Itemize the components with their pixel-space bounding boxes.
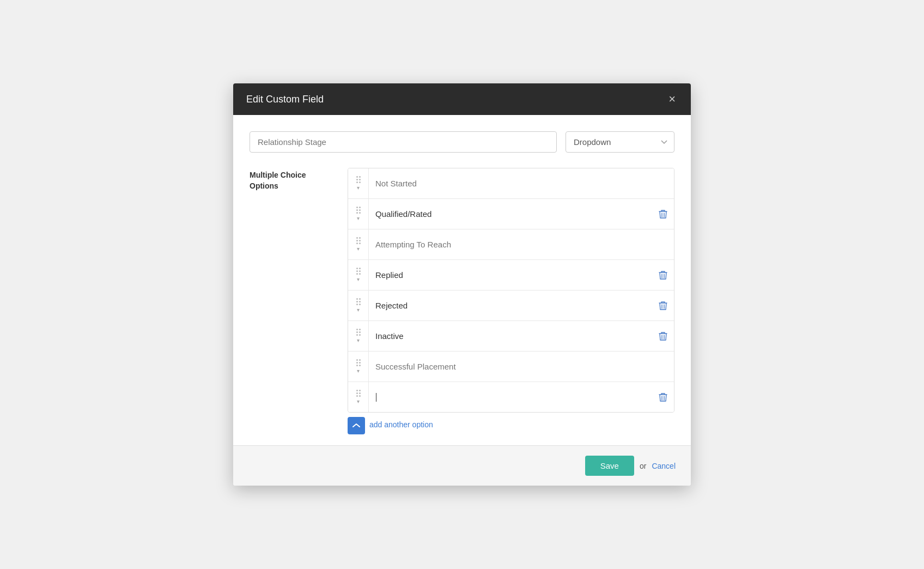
edit-custom-field-modal: Edit Custom Field × Dropdown Text Number… [233,83,691,486]
chevron-down-icon: ▾ [357,368,360,374]
drag-handle[interactable]: ▾ [348,290,369,320]
multiple-choice-label: Multiple Choice Options [250,171,306,190]
top-row: Dropdown Text Number Date Checkbox [250,131,674,153]
table-row: ▾ [348,290,674,321]
option-input[interactable] [369,324,652,348]
field-type-select[interactable]: Dropdown Text Number Date Checkbox [566,131,674,153]
drag-handle[interactable]: ▾ [348,199,369,229]
option-input[interactable] [369,171,652,196]
table-row: ▾ [348,199,674,229]
delete-option-button[interactable] [652,263,674,288]
drag-handle[interactable]: ▾ [348,229,369,259]
drag-handle[interactable]: ▾ [348,382,369,412]
table-row: ▾ [348,382,674,412]
drag-dots-icon [356,390,361,397]
drag-handle[interactable]: ▾ [348,260,369,290]
table-row: ▾ [348,321,674,352]
text-cursor [376,393,376,402]
delete-option-button[interactable] [652,385,674,410]
cancel-button[interactable]: Cancel [652,462,676,470]
chevron-down-icon: ▾ [357,398,360,404]
label-section: Multiple Choice Options [250,168,337,191]
chevron-down-icon: ▾ [357,246,360,252]
drag-dots-icon [356,329,361,336]
save-button[interactable]: Save [585,456,634,476]
modal-footer: Save or Cancel [233,445,691,486]
footer-or-text: or [640,462,646,470]
drag-handle[interactable]: ▾ [348,168,369,198]
drag-dots-icon [356,359,361,366]
modal-title: Edit Custom Field [246,94,324,105]
delete-option-button[interactable] [652,202,674,227]
drag-dots-icon [356,237,361,244]
drag-dots-icon [356,268,361,275]
delete-option-button[interactable] [652,293,674,318]
modal-body: Dropdown Text Number Date Checkbox Multi… [233,115,691,445]
chevron-down-icon: ▾ [357,307,360,313]
chevron-down-icon: ▾ [357,215,360,221]
chevron-down-icon: ▾ [357,337,360,343]
drag-handle[interactable]: ▾ [348,321,369,351]
delete-option-button[interactable] [652,324,674,349]
options-list: ▾ [348,168,674,413]
options-container: ▾ [348,168,674,434]
drag-dots-icon [356,176,361,183]
modal-header: Edit Custom Field × [233,83,691,115]
table-row: ▾ [348,229,674,260]
option-input[interactable] [369,293,652,318]
content-row: Multiple Choice Options ▾ [250,168,674,434]
table-row: ▾ [348,168,674,199]
chevron-down-icon: ▾ [357,185,360,191]
option-input[interactable] [369,263,652,287]
add-another-option-link[interactable]: add another option [369,420,433,429]
table-row: ▾ [348,352,674,382]
field-name-input[interactable] [250,131,557,153]
chevron-down-icon: ▾ [357,276,360,282]
option-input[interactable] [369,232,652,257]
drag-handle[interactable]: ▾ [348,352,369,382]
last-row-wrapper: add another option [348,413,674,434]
option-input[interactable] [369,202,652,226]
scroll-up-button[interactable] [348,417,365,434]
drag-dots-icon [356,298,361,305]
close-button[interactable]: × [666,93,678,105]
option-input[interactable] [369,354,652,379]
drag-dots-icon [356,207,361,214]
table-row: ▾ [348,260,674,290]
